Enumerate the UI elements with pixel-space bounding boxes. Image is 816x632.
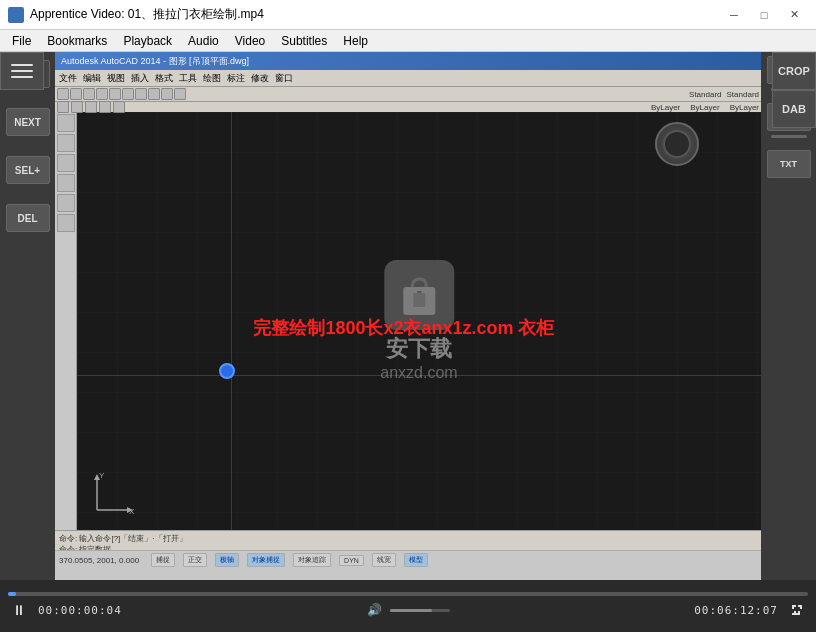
cursor-dot: [219, 363, 235, 379]
app-icon: [8, 7, 24, 23]
coordinates-display: 370.0505, 2001, 0.000: [59, 556, 139, 565]
menu-item-menu-playback[interactable]: Playback: [115, 32, 180, 50]
menu-hamburger-button[interactable]: [0, 52, 44, 90]
progress-fill: [8, 592, 16, 596]
autocad-toolbar-row2: ByLayer ByLayer ByLayer: [55, 102, 761, 112]
autocad-bottom-bar: 命令: 输入命令[?]「结束」·「打开」 命令: 指定数据 370.0505, …: [55, 530, 761, 580]
current-time-display: 00:00:00:04: [38, 604, 122, 617]
titlebar: Apprentice Video: 01、推拉门衣柜绘制.mp4 ─ □ ✕: [0, 0, 816, 30]
volume-fill: [390, 609, 432, 612]
menu-item-menu-audio[interactable]: Audio: [180, 32, 227, 50]
menu-item-menu-file[interactable]: File: [4, 32, 39, 50]
menu-item-menu-subtitles[interactable]: Subtitles: [273, 32, 335, 50]
right-tool-panel: VID AUD TXT: [761, 52, 816, 580]
del-button[interactable]: DEL: [6, 204, 50, 232]
crosshair-vertical: [231, 112, 232, 530]
maximize-button[interactable]: □: [750, 5, 778, 25]
autocad-titlebar: Autodesk AutoCAD 2014 - 图形 [吊顶平面.dwg]: [55, 52, 761, 70]
autocad-command-line: 命令: 输入命令[?]「结束」·「打开」 命令: 指定数据: [55, 531, 761, 551]
grid-svg: [77, 112, 761, 530]
svg-text:Y: Y: [99, 471, 105, 480]
txt-button[interactable]: TXT: [767, 150, 811, 178]
dial-widget[interactable]: [655, 122, 699, 166]
polar-toggle[interactable]: 极轴: [215, 553, 239, 567]
aud-slider[interactable]: [771, 135, 807, 138]
menu-item-menu-help[interactable]: Help: [335, 32, 376, 50]
svg-text:X: X: [129, 507, 135, 516]
crop-button[interactable]: CROP: [772, 52, 816, 90]
left-tool-panel: POLY NEXT SEL+ DEL: [0, 52, 55, 580]
axes-indicator: X Y: [87, 470, 137, 520]
autocad-canvas: 安下载 anxzd.com 完整绘制1800长x2衣anx1z.com 衣柜: [77, 112, 761, 530]
play-pause-button[interactable]: ⏸: [8, 600, 30, 620]
video-display: Autodesk AutoCAD 2014 - 图形 [吊顶平面.dwg] 文件…: [55, 52, 761, 580]
autocad-toolbar-row1: Standard Standard: [55, 86, 761, 102]
otrack-toggle[interactable]: 对象追踪: [293, 553, 331, 567]
progress-bar[interactable]: [8, 592, 808, 596]
volume-icon: 🔊: [367, 603, 382, 617]
total-time-display: 00:06:12:07: [694, 604, 778, 617]
autocad-status-bar: 370.0505, 2001, 0.000 捕捉 正交 极轴 对象捕捉 对象追踪…: [55, 551, 761, 569]
autocad-left-toolbar: [55, 112, 77, 530]
main-content: CROP DAB POLY NEXT SEL+ DEL Autodesk Aut…: [0, 52, 816, 632]
menubar: FileBookmarksPlaybackAudioVideoSubtitles…: [0, 30, 816, 52]
model-toggle[interactable]: 模型: [404, 553, 428, 567]
video-wrapper: CROP DAB POLY NEXT SEL+ DEL Autodesk Aut…: [0, 52, 816, 580]
next-button[interactable]: NEXT: [6, 108, 50, 136]
lineweight-toggle[interactable]: 线宽: [372, 553, 396, 567]
ortho-toggle[interactable]: 正交: [183, 553, 207, 567]
close-button[interactable]: ✕: [780, 5, 808, 25]
hamburger-icon: [11, 64, 33, 78]
volume-bar[interactable]: [390, 609, 450, 612]
fullscreen-button[interactable]: [786, 601, 808, 619]
autocad-toolbar: Autodesk AutoCAD 2014 - 图形 [吊顶平面.dwg] 文件…: [55, 52, 761, 112]
autocad-menu: 文件 编辑 视图 插入 格式 工具 绘图 标注 修改 窗口: [55, 70, 761, 86]
snap-toggle[interactable]: 捕捉: [151, 553, 175, 567]
playback-controls: ⏸ 00:00:00:04 🔊 00:06:12:07: [0, 580, 816, 632]
fullscreen-icon: [790, 603, 804, 617]
autocad-drawing-area: 安下载 anxzd.com 完整绘制1800长x2衣anx1z.com 衣柜: [55, 112, 761, 530]
dab-button[interactable]: DAB: [772, 90, 816, 128]
dyn-toggle[interactable]: DYN: [339, 555, 364, 566]
crosshair-horizontal: [77, 375, 761, 376]
top-right-panel: CROP DAB: [772, 52, 816, 128]
menu-item-menu-bookmarks[interactable]: Bookmarks: [39, 32, 115, 50]
window-title: Apprentice Video: 01、推拉门衣柜绘制.mp4: [30, 6, 720, 23]
menu-item-menu-video[interactable]: Video: [227, 32, 273, 50]
svg-rect-0: [77, 112, 761, 530]
window-controls: ─ □ ✕: [720, 5, 808, 25]
autocad-title: Autodesk AutoCAD 2014 - 图形 [吊顶平面.dwg]: [61, 55, 249, 68]
sel-plus-button[interactable]: SEL+: [6, 156, 50, 184]
controls-row: ⏸ 00:00:00:04 🔊 00:06:12:07: [0, 600, 816, 620]
minimize-button[interactable]: ─: [720, 5, 748, 25]
osnap-toggle[interactable]: 对象捕捉: [247, 553, 285, 567]
